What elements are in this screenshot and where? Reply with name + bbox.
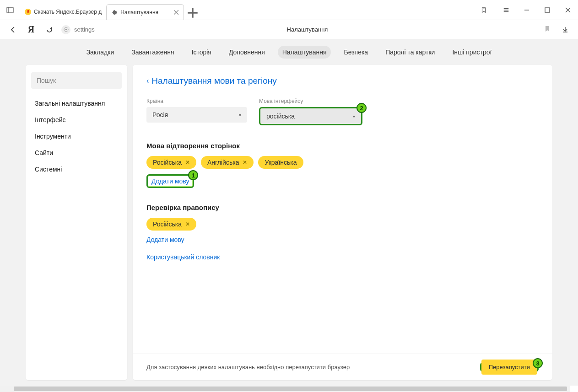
close-icon[interactable] [173,10,179,15]
topnav-downloads[interactable]: Завантаження [127,46,178,59]
breadcrumb-label: Налаштування мови та регіону [151,76,276,86]
tab-item-active[interactable]: Налаштування [106,4,184,20]
lang-pill: Англійська✕ [201,156,254,169]
add-spell-lang-link[interactable]: Додати мову [146,236,539,243]
sidebar-item-interface[interactable]: Інтерфейс [26,112,127,128]
address-bar: Я settings Налаштування [0,20,578,39]
svg-rect-0 [7,7,13,13]
sidebar-item-system[interactable]: Системні [26,161,127,177]
footer-message: Для застосування деяких налаштувань необ… [146,364,350,371]
new-tab-button[interactable] [186,6,200,20]
chevron-left-icon: ‹ [146,77,149,85]
settings-footer: Для застосування деяких налаштувань необ… [133,354,552,380]
interface-lang-select[interactable]: російська ▾ [260,108,361,124]
svg-text:Я: Я [27,9,30,14]
annotation-badge-3: 3 [533,358,543,368]
maximize-button[interactable] [537,0,557,20]
restart-button[interactable]: Перезапустити [481,360,537,375]
downloads-button[interactable] [559,23,572,36]
country-value: Росія [152,111,168,118]
annotation-badge-1: 1 [188,170,198,180]
close-window-button[interactable] [557,0,578,20]
tab-title: Налаштування [120,9,171,16]
topnav-history[interactable]: Історія [187,46,216,59]
svg-point-17 [65,29,67,31]
annotation-badge-2: 2 [357,103,367,113]
user-dictionary-link[interactable]: Користувацький словник [146,253,539,261]
yandex-favicon: Я [25,9,31,15]
interface-lang-value: російська [266,113,295,120]
settings-content: ‹ Налаштування мови та регіону Країна Ро… [133,65,552,380]
yandex-home-button[interactable]: Я [25,23,38,36]
spell-pill: Російська✕ [146,218,196,231]
chevron-down-icon: ▾ [353,114,355,119]
lang-pill: Російська✕ [146,156,196,169]
spellcheck-heading: Перевірка правопису [146,204,539,211]
sidebar-item-sites[interactable]: Сайти [26,145,127,161]
reload-button[interactable] [43,23,56,36]
site-info-icon[interactable] [61,25,70,34]
menu-button[interactable] [496,0,516,20]
bookmark-icon[interactable] [544,26,551,33]
settings-breadcrumb[interactable]: ‹ Налаштування мови та регіону [146,76,539,86]
page-lang-heading: Мова відтворення сторінок [146,142,539,150]
interface-lang-label: Мова інтерфейсу [259,98,362,104]
minimize-button[interactable] [516,0,537,20]
add-page-lang-link[interactable]: Додати мову [148,176,193,187]
omnibox[interactable]: settings Налаштування [61,23,553,37]
topnav-settings[interactable]: Налаштування [278,46,331,59]
window-controls [473,0,578,20]
panel-toggle-button[interactable] [0,0,20,20]
tab-title: Скачать Яндекс.Браузер д [34,9,102,15]
topnav-passwords[interactable]: Паролі та картки [381,46,439,59]
remove-pill-icon[interactable]: ✕ [243,159,247,166]
chevron-down-icon: ▾ [239,113,241,118]
topnav-security[interactable]: Безпека [339,46,373,59]
sidebar-search[interactable]: Пошук [31,72,122,89]
topnav-devices[interactable]: Інші пристрої [448,46,496,59]
country-label: Країна [146,98,247,104]
tab-item[interactable]: Я Скачать Яндекс.Браузер д [20,4,106,20]
topnav-addons[interactable]: Доповнення [224,46,270,59]
remove-pill-icon[interactable]: ✕ [185,221,190,227]
panel-icon [6,6,14,14]
svg-rect-13 [545,8,550,12]
gear-icon [111,9,118,16]
sidebar-item-tools[interactable]: Інструменти [26,128,127,145]
url-text: settings [74,26,95,33]
titlebar: Я Скачать Яндекс.Браузер д Налаштування [0,0,578,20]
bookmarks-menu-button[interactable] [473,0,494,20]
settings-page: Закладки Завантаження Історія Доповнення… [0,39,578,386]
tab-strip: Я Скачать Яндекс.Браузер д Налаштування [20,0,473,20]
topnav-bookmarks[interactable]: Закладки [82,46,119,59]
back-button[interactable] [6,23,19,36]
settings-sidebar: Пошук Загальні налаштування Інтерфейс Ін… [26,65,127,380]
page-title-center: Налаштування [61,26,553,33]
sidebar-item-general[interactable]: Загальні налаштування [26,95,127,112]
lang-pill: Українська [258,156,303,169]
country-select[interactable]: Росія ▾ [146,107,247,123]
remove-pill-icon[interactable]: ✕ [185,159,190,166]
settings-topnav: Закладки Завантаження Історія Доповнення… [0,39,578,65]
